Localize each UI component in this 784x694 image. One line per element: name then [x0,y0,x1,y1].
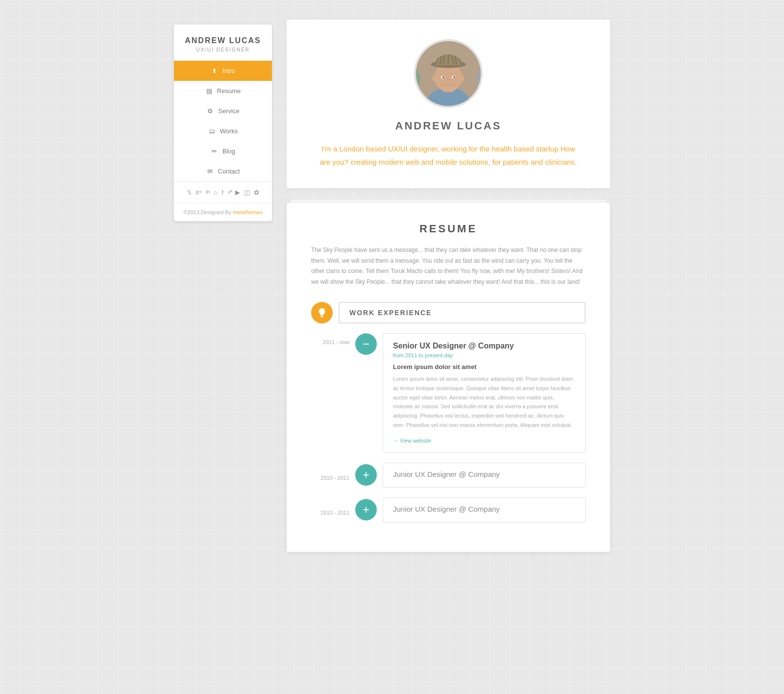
timeline-year-job1: 2011 - now [323,339,349,345]
timeline-item-left-job3: 2010 - 2011 [311,504,355,516]
nav-label-works: Works [220,127,238,135]
timeline-content-job2: Junior UX Designer @ Company [383,463,586,488]
timeline-item-job2: 2010 - 2011 + Junior UX Designer @ Compa… [311,463,586,488]
timeline-year-job3: 2010 - 2011 [320,510,349,516]
job1-date: from 2011 to present day [393,352,575,358]
work-experience-label: WORK EXPERIENCE [339,302,586,323]
sidebar-header: ANDREW LUCAS UX/UI DESIGNER [174,25,272,61]
social-dribbble[interactable]: ✿ [254,189,259,196]
nav-item-contact[interactable]: ✉ Contact [174,161,272,181]
work-experience-icon [311,302,333,323]
sidebar-social: 𝕏 g+ in ⌂ f 𝒫 ▶ ◫ ✿ [174,181,272,203]
sidebar: ANDREW LUCAS UX/UI DESIGNER ⬆ Intro ▤ Re… [174,25,272,221]
svg-point-9 [432,75,437,81]
timeline-content-job3: Junior UX Designer @ Company [383,497,586,522]
resume-title: RESUME [311,223,586,235]
work-experience-header: WORK EXPERIENCE [311,302,586,323]
contact-icon: ✉ [206,168,214,175]
nav-item-works[interactable]: 🗂 Works [174,121,272,141]
timeline-item-left-job2: 2010 - 2011 [311,469,355,481]
job1-content-title: Lorem ipsum dolor sit amet [393,363,575,371]
avatar [414,39,483,108]
social-github[interactable]: ⌂ [214,189,218,196]
job1-title: Senior UX Designer @ Company [393,342,575,350]
svg-point-7 [442,76,444,78]
nav-label-resume: Resume [217,87,241,95]
intro-bio: I'm a London based UX/UI designer, worki… [316,142,581,169]
job2-title: Junior UX Designer @ Company [393,470,575,478]
nav-link-contact[interactable]: ✉ Contact [174,161,272,181]
intro-icon: ⬆ [211,67,219,74]
social-instagram[interactable]: ◫ [244,189,250,196]
svg-point-8 [453,76,455,78]
nav-label-service: Service [218,107,239,115]
nav-link-intro[interactable]: ⬆ Intro [174,61,272,81]
social-vimeo[interactable]: ▶ [235,189,240,196]
social-linkedin[interactable]: in [206,189,210,196]
timeline-item-job3: 2010 - 2011 + Junior UX Designer @ Compa… [311,497,586,522]
timeline-dot-job3[interactable]: + [355,499,377,520]
timeline-item-left-job1: 2011 - now [311,333,355,345]
timeline-item-job1: 2011 - now − Senior UX Designer @ Compan… [311,333,586,452]
sidebar-role: UX/UI DESIGNER [182,47,264,52]
main-content: ANDREW LUCAS I'm a London based UX/UI de… [287,20,610,552]
nav-label-intro: Intro [222,67,235,74]
timeline-year-job2: 2010 - 2011 [320,475,349,481]
intro-name: ANDREW LUCAS [316,120,581,132]
nav-item-blog[interactable]: ✏ Blog [174,141,272,161]
resume-section: RESUME The Sky People have sent us a mes… [287,203,610,552]
sidebar-footer: ©2013 Designed By metothemes [174,203,272,221]
social-twitter[interactable]: 𝕏 [187,189,192,196]
nav-label-blog: Blog [222,148,235,155]
svg-point-10 [460,75,465,81]
nav-link-resume[interactable]: ▤ Resume [174,81,272,101]
nav-label-contact: Contact [218,168,240,175]
nav-item-intro[interactable]: ⬆ Intro [174,61,272,81]
blog-icon: ✏ [211,148,219,155]
nav-item-service[interactable]: ⚙ Service [174,101,272,121]
social-gplus[interactable]: g+ [196,189,202,196]
nav-item-resume[interactable]: ▤ Resume [174,81,272,101]
nav-link-works[interactable]: 🗂 Works [174,121,272,141]
job1-content-body: Lorem ipsum dolor sit amet, consectetur … [393,374,575,429]
timeline-content-job1: Senior UX Designer @ Company from 2011 t… [383,333,586,452]
nav-link-service[interactable]: ⚙ Service [174,101,272,121]
job3-title: Junior UX Designer @ Company [393,505,575,513]
timeline-dot-job1[interactable]: − [355,333,377,355]
footer-text: ©2013 Designed By [183,209,233,215]
timeline-dot-job2[interactable]: + [355,464,377,486]
sidebar-nav: ⬆ Intro ▤ Resume ⚙ Service 🗂 Works ✏ [174,61,272,181]
resume-icon: ▤ [205,87,213,95]
footer-link[interactable]: metothemes [233,209,263,215]
works-icon: 🗂 [208,127,216,135]
social-facebook[interactable]: f [221,189,223,196]
social-pinterest[interactable]: 𝒫 [227,189,231,196]
timeline: WORK EXPERIENCE 2011 - now − Senior UX D… [311,302,586,522]
service-icon: ⚙ [206,107,214,115]
sidebar-name: ANDREW LUCAS [182,36,264,45]
nav-link-blog[interactable]: ✏ Blog [174,141,272,161]
intro-section: ANDREW LUCAS I'm a London based UX/UI de… [287,20,610,188]
resume-intro: The Sky People have sent us a message...… [311,245,586,287]
job1-view-link[interactable]: → View website [393,438,431,444]
